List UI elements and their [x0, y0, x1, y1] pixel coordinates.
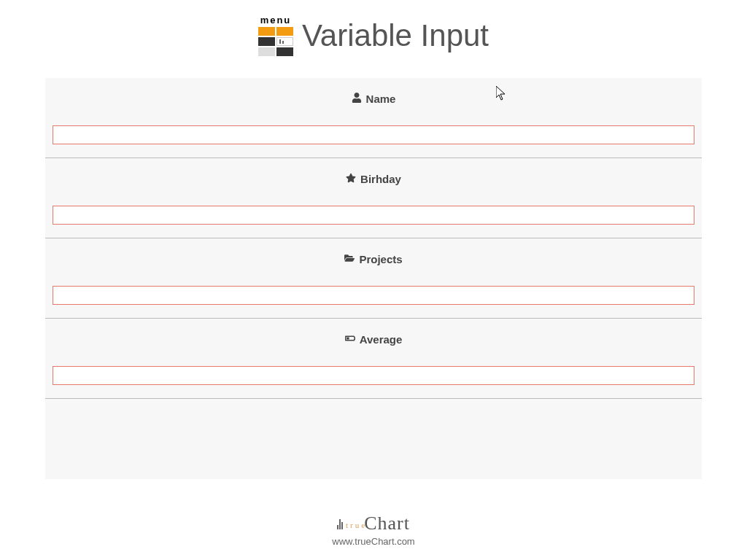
field-label: Name — [53, 93, 694, 105]
field-label-text: Projects — [359, 253, 402, 265]
logo-true-text: true — [346, 521, 367, 529]
menu-icon-wrapper: menu — [258, 15, 293, 56]
logo-bars-icon — [337, 519, 343, 529]
footer-logo: true Chart — [337, 513, 410, 534]
user-icon — [352, 93, 362, 105]
form-panel: Name Birhday Projects Average — [45, 78, 702, 479]
form-section-empty — [45, 399, 702, 479]
menu-label: menu — [260, 15, 292, 26]
battery-icon — [345, 333, 355, 346]
form-section-projects: Projects — [45, 238, 702, 319]
form-section-name: Name — [45, 78, 702, 158]
folder-icon — [344, 253, 355, 265]
birthday-input[interactable] — [53, 206, 694, 225]
footer: true Chart www.trueChart.com — [0, 513, 747, 547]
field-label: Average — [53, 333, 694, 346]
menu-tiles-icon[interactable] — [258, 27, 293, 56]
projects-input[interactable] — [53, 286, 694, 305]
page-header: menu Variable Input — [0, 0, 747, 63]
star-icon — [346, 173, 356, 185]
footer-url: www.trueChart.com — [0, 536, 747, 547]
page-title: Variable Input — [302, 18, 489, 53]
logo-chart-text: Chart — [364, 513, 410, 534]
field-label: Projects — [53, 253, 694, 265]
form-section-average: Average — [45, 319, 702, 399]
average-input[interactable] — [53, 366, 694, 385]
name-input[interactable] — [53, 125, 694, 144]
field-label: Birhday — [53, 173, 694, 185]
field-label-text: Name — [366, 93, 396, 105]
form-section-birthday: Birhday — [45, 158, 702, 238]
field-label-text: Average — [360, 333, 403, 346]
field-label-text: Birhday — [360, 173, 401, 185]
